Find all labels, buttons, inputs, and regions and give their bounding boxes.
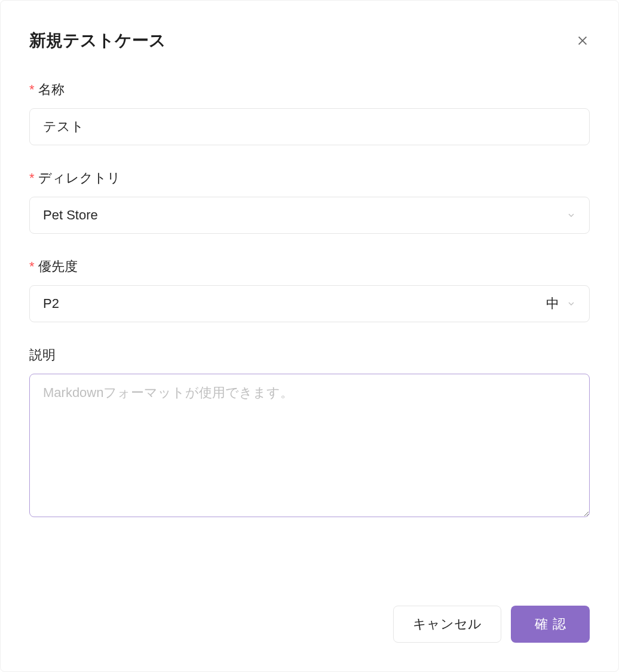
description-textarea[interactable] (29, 374, 590, 517)
modal-header: 新規テストケース (1, 1, 618, 52)
name-input[interactable] (29, 108, 590, 145)
required-asterisk: * (29, 82, 35, 97)
priority-field-group: *優先度 P2 中 (29, 258, 590, 322)
description-label-text: 説明 (29, 347, 56, 362)
chevron-down-icon (566, 299, 576, 308)
directory-value: Pet Store (43, 207, 566, 223)
directory-select[interactable]: Pet Store (29, 197, 590, 234)
chevron-down-icon (566, 210, 576, 220)
new-test-case-modal: 新規テストケース *名称 *ディレクトリ Pet Store (0, 0, 619, 672)
modal-title: 新規テストケース (29, 29, 166, 52)
priority-value: P2 (43, 296, 546, 311)
priority-select[interactable]: P2 中 (29, 285, 590, 322)
name-label-text: 名称 (38, 82, 65, 97)
priority-label-text: 優先度 (38, 259, 78, 274)
close-icon[interactable] (575, 33, 590, 48)
priority-extra: 中 (546, 295, 559, 313)
required-asterisk: * (29, 259, 35, 274)
modal-body: *名称 *ディレクトリ Pet Store *優先度 P2 中 (1, 52, 618, 591)
name-field-group: *名称 (29, 81, 590, 145)
name-label: *名称 (29, 81, 590, 99)
modal-footer: キャンセル 確認 (1, 591, 618, 671)
cancel-button[interactable]: キャンセル (393, 606, 501, 643)
required-asterisk: * (29, 170, 35, 185)
description-field-group: 説明 (29, 346, 590, 520)
confirm-button[interactable]: 確認 (511, 606, 590, 643)
directory-label-text: ディレクトリ (38, 170, 121, 185)
directory-label: *ディレクトリ (29, 169, 590, 187)
priority-label: *優先度 (29, 258, 590, 276)
description-label: 説明 (29, 346, 590, 364)
directory-field-group: *ディレクトリ Pet Store (29, 169, 590, 234)
